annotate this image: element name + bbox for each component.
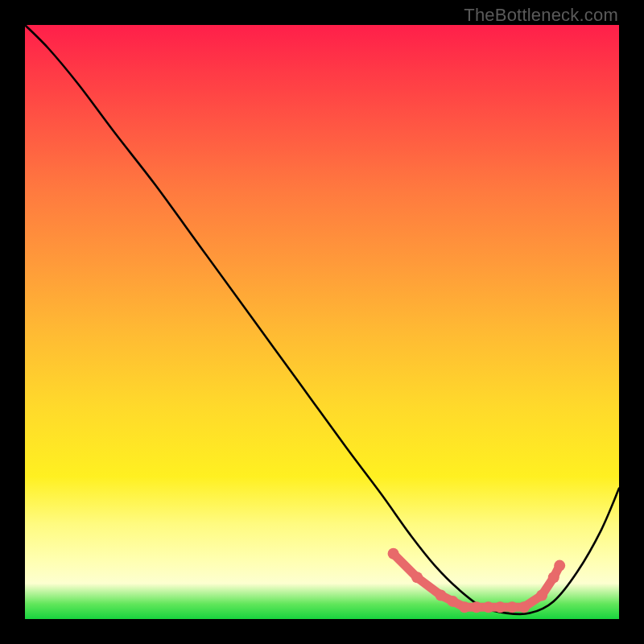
highlight-dot [518,601,530,613]
plot-area [25,25,619,619]
watermark-text: TheBottleneck.com [464,5,618,26]
main-curve [25,25,619,614]
highlight-dot [536,590,547,601]
highlight-dot [554,560,565,572]
highlight-dot [411,572,423,583]
highlight-dots [388,548,566,613]
highlight-dot [436,590,447,601]
highlight-dot [471,601,482,613]
chart-svg [25,25,619,619]
chart-frame: TheBottleneck.com [0,0,644,644]
highlight-dot [459,601,470,613]
highlight-dot [494,601,506,613]
highlight-dot [447,596,458,607]
highlight-dot [388,548,399,559]
highlight-dot [506,601,518,613]
highlight-dot [483,601,494,613]
highlight-dot [548,572,559,583]
